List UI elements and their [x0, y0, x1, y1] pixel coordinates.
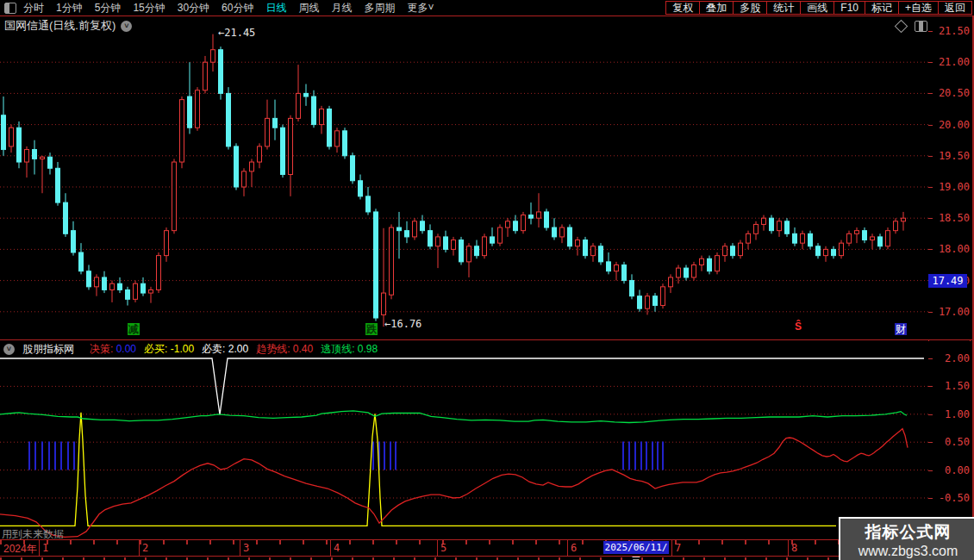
cursor-date-tag: 2025/06/11/三 — [603, 541, 669, 554]
high-price-annotation: ←21.45 — [218, 27, 255, 39]
candlestick-chart[interactable] — [0, 16, 928, 340]
toolbar-button-画线[interactable]: 画线 — [801, 1, 834, 15]
indicator-field-value-3: 2.00 — [225, 343, 248, 355]
year-label: 2024年 — [3, 542, 37, 557]
period-tab-7[interactable]: 日线 — [265, 1, 286, 16]
month-label-4: 4 — [334, 542, 340, 554]
period-menu-bar: 分时1分钟5分钟15分钟30分钟60分钟日线周线月线多周期更多˅ 复权叠加多股统… — [0, 0, 974, 16]
indicator-chart[interactable] — [0, 358, 928, 539]
price-label-17.00: 17.00 — [935, 306, 970, 318]
period-tab-4[interactable]: 15分钟 — [133, 1, 165, 16]
period-tab-3[interactable]: 5分钟 — [95, 1, 122, 16]
month-divider — [788, 540, 789, 556]
chart-title-row: 国网信通(日线.前复权) ˅ — [4, 18, 132, 34]
panel-separator — [0, 339, 974, 340]
wealth-marker: 财 — [895, 323, 907, 335]
period-tab-5[interactable]: 30分钟 — [178, 1, 209, 16]
low-price-annotation: ←16.76 — [384, 318, 421, 330]
month-label-5: 5 — [440, 542, 446, 554]
price-tick — [928, 218, 933, 219]
indicator-tick — [928, 470, 933, 471]
toolbar-button-返回[interactable]: 返回 — [939, 1, 972, 15]
month-divider — [671, 540, 672, 556]
indicator-tick — [928, 386, 933, 387]
indicator-field-value-5: 0.98 — [355, 343, 378, 355]
series-趋势线 — [0, 429, 908, 538]
toolbar-button-复权[interactable]: 复权 — [665, 1, 700, 15]
month-divider — [139, 540, 140, 556]
indicator-values: 决策: 0.00必买: -1.00必卖: 2.00趋势线: 0.40逃顶线: 0… — [82, 342, 378, 357]
price-tick — [928, 93, 933, 94]
toolbar-buttons: 复权叠加多股统计画线F10标记+自选返回 — [665, 1, 972, 15]
month-divider — [240, 540, 240, 556]
indicator-header: ˅ 股朋指标网 决策: 0.00必买: -1.00必卖: 2.00趋势线: 0.… — [3, 342, 378, 356]
period-menu: 分时1分钟5分钟15分钟30分钟60分钟日线周线月线多周期更多˅ — [23, 1, 434, 16]
split-view-icon[interactable] — [915, 21, 927, 32]
period-tab-10[interactable]: 多周期 — [364, 1, 395, 16]
month-label-7: 7 — [675, 542, 681, 554]
indicator-field-label-2: 必买: — [144, 343, 167, 355]
trading-terminal-window: 分时1分钟5分钟15分钟30分钟60分钟日线周线月线多周期更多˅ 复权叠加多股统… — [0, 0, 974, 560]
fall-marker: 跌 — [365, 323, 378, 335]
price-label-20.00: 20.00 — [935, 119, 970, 131]
indicator-name[interactable]: 股朋指标网 — [22, 342, 74, 357]
month-label-2: 2 — [142, 542, 148, 554]
indicator-field-label-4: 趋势线: — [256, 343, 290, 355]
series-必买 — [0, 413, 836, 526]
indicator-field-value-2: -1.00 — [167, 343, 194, 355]
price-tick — [928, 249, 933, 250]
period-tab-9[interactable]: 月线 — [331, 1, 352, 16]
price-tick — [928, 62, 933, 63]
indicator-tick — [928, 414, 933, 415]
month-label-1: 1 — [42, 542, 48, 554]
reduce-marker: 减 — [128, 323, 140, 335]
period-tab-11[interactable]: 更多˅ — [407, 1, 434, 16]
price-tick — [928, 156, 933, 157]
last-price-tag: 17.49 — [928, 274, 967, 288]
price-label-18.50: 18.50 — [935, 212, 970, 224]
indicator-label-0.50: 0.50 — [935, 436, 970, 448]
indicator-axis: 2.001.501.000.500.00-0.50 — [928, 341, 974, 539]
indicator-label-2.00: 2.00 — [935, 352, 970, 364]
period-tab-1[interactable]: 分时 — [23, 1, 44, 16]
month-label-3: 3 — [243, 542, 249, 554]
price-tick — [928, 312, 933, 313]
indicator-field-label-5: 逃顶线: — [321, 343, 354, 355]
toolbar-button-F10[interactable]: F10 — [834, 1, 865, 15]
toolbar-button-统计[interactable]: 统计 — [767, 1, 801, 15]
price-axis: 21.5021.0020.5020.0019.5019.0018.5018.00… — [928, 16, 974, 339]
s-signal-marker: Ŝ — [795, 320, 802, 333]
indicator-tick — [928, 498, 933, 499]
indicator-tick — [928, 358, 933, 359]
month-divider — [330, 540, 331, 556]
watermark: 指标公式网 www.zbgs3.com — [839, 517, 974, 560]
price-label-18.00: 18.00 — [935, 243, 970, 255]
toolbar-button-多股[interactable]: 多股 — [734, 1, 767, 15]
period-tab-2[interactable]: 1分钟 — [56, 1, 83, 16]
decision-bars — [29, 442, 663, 470]
period-tab-6[interactable]: 60分钟 — [222, 1, 253, 16]
chevron-down-icon[interactable]: ˅ — [121, 21, 132, 32]
diamond-icon[interactable] — [895, 20, 908, 34]
indicator-field-value-4: 0.40 — [290, 343, 313, 355]
stock-title: 国网信通(日线.前复权) — [4, 18, 116, 34]
indicator-gridlines — [0, 386, 928, 498]
price-gridlines — [0, 62, 928, 312]
toolbar-button-叠加[interactable]: 叠加 — [700, 1, 734, 15]
indicator-field-label-1: 决策: — [90, 343, 113, 355]
month-divider — [567, 540, 568, 556]
indicator-label-0.00: 0.00 — [935, 464, 970, 476]
price-tick — [928, 187, 933, 188]
indicator-chevron-icon[interactable]: ˅ — [3, 344, 15, 355]
watermark-title: 指标公式网 — [840, 521, 974, 544]
time-axis[interactable]: 2024年 12345678 — [0, 540, 943, 556]
series-逃顶线 — [0, 411, 907, 423]
month-divider — [437, 540, 438, 556]
toolbar-button-标记[interactable]: 标记 — [865, 1, 899, 15]
indicator-label-1.50: 1.50 — [935, 380, 970, 392]
price-label-21.50: 21.50 — [935, 25, 970, 37]
layout-icon[interactable] — [4, 3, 16, 14]
toolbar-button-+自选[interactable]: +自选 — [899, 1, 939, 15]
watermark-url: www.zbgs3.com — [840, 544, 974, 559]
period-tab-8[interactable]: 周线 — [298, 1, 319, 16]
